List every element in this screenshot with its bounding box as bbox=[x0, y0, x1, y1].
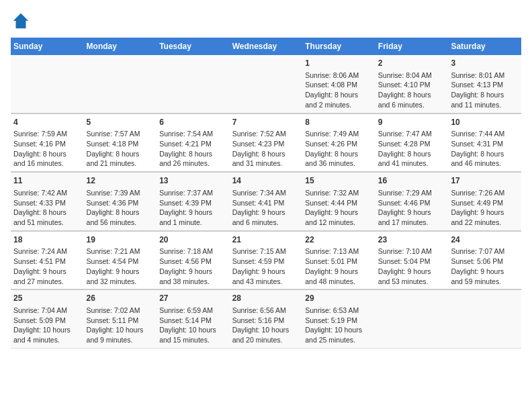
calendar-cell: 11Sunrise: 7:42 AM Sunset: 4:33 PM Dayli… bbox=[11, 172, 84, 231]
weekday-header-wednesday: Wednesday bbox=[230, 38, 303, 55]
logo-icon bbox=[11, 11, 31, 31]
calendar-week-row: 25Sunrise: 7:04 AM Sunset: 5:09 PM Dayli… bbox=[11, 289, 521, 348]
day-number: 19 bbox=[87, 234, 154, 246]
calendar-table: SundayMondayTuesdayWednesdayThursdayFrid… bbox=[11, 38, 521, 349]
calendar-cell: 8Sunrise: 7:49 AM Sunset: 4:26 PM Daylig… bbox=[302, 113, 375, 173]
cell-content: Sunrise: 6:59 AM Sunset: 5:14 PM Dayligh… bbox=[159, 306, 216, 344]
calendar-cell: 21Sunrise: 7:15 AM Sunset: 4:59 PM Dayli… bbox=[230, 231, 303, 290]
cell-content: Sunrise: 7:02 AM Sunset: 5:11 PM Dayligh… bbox=[87, 306, 144, 344]
weekday-header-thursday: Thursday bbox=[302, 38, 375, 55]
calendar-cell: 22Sunrise: 7:13 AM Sunset: 5:01 PM Dayli… bbox=[302, 231, 375, 290]
day-number: 29 bbox=[305, 293, 373, 304]
calendar-cell bbox=[375, 289, 449, 348]
calendar-cell: 17Sunrise: 7:26 AM Sunset: 4:49 PM Dayli… bbox=[448, 172, 521, 231]
calendar-cell bbox=[84, 55, 157, 113]
page-header bbox=[11, 11, 521, 31]
calendar-cell: 23Sunrise: 7:10 AM Sunset: 5:04 PM Dayli… bbox=[375, 231, 449, 290]
cell-content: Sunrise: 8:01 AM Sunset: 4:13 PM Dayligh… bbox=[451, 71, 504, 109]
day-number: 15 bbox=[305, 175, 373, 187]
calendar-cell: 20Sunrise: 7:18 AM Sunset: 4:56 PM Dayli… bbox=[157, 231, 230, 290]
cell-content: Sunrise: 7:10 AM Sunset: 5:04 PM Dayligh… bbox=[378, 247, 432, 285]
calendar-cell: 29Sunrise: 6:53 AM Sunset: 5:19 PM Dayli… bbox=[302, 289, 375, 348]
calendar-week-row: 4Sunrise: 7:59 AM Sunset: 4:16 PM Daylig… bbox=[11, 113, 521, 173]
day-number: 25 bbox=[13, 293, 81, 304]
calendar-cell: 2Sunrise: 8:04 AM Sunset: 4:10 PM Daylig… bbox=[375, 55, 449, 113]
calendar-cell bbox=[230, 55, 303, 113]
day-number: 3 bbox=[451, 58, 519, 69]
calendar-cell: 16Sunrise: 7:29 AM Sunset: 4:46 PM Dayli… bbox=[375, 172, 449, 231]
calendar-cell: 9Sunrise: 7:47 AM Sunset: 4:28 PM Daylig… bbox=[375, 113, 449, 173]
day-number: 23 bbox=[378, 234, 446, 246]
cell-content: Sunrise: 7:57 AM Sunset: 4:18 PM Dayligh… bbox=[87, 130, 140, 167]
day-number: 18 bbox=[13, 234, 81, 246]
cell-content: Sunrise: 7:29 AM Sunset: 4:46 PM Dayligh… bbox=[378, 189, 432, 226]
calendar-body: 1Sunrise: 8:06 AM Sunset: 4:08 PM Daylig… bbox=[11, 55, 521, 348]
calendar-cell: 25Sunrise: 7:04 AM Sunset: 5:09 PM Dayli… bbox=[11, 289, 84, 348]
weekday-header-friday: Friday bbox=[375, 38, 449, 55]
cell-content: Sunrise: 6:53 AM Sunset: 5:19 PM Dayligh… bbox=[305, 306, 362, 344]
calendar-cell: 27Sunrise: 6:59 AM Sunset: 5:14 PM Dayli… bbox=[157, 289, 230, 348]
cell-content: Sunrise: 7:39 AM Sunset: 4:36 PM Dayligh… bbox=[87, 189, 140, 226]
cell-content: Sunrise: 7:07 AM Sunset: 5:06 PM Dayligh… bbox=[451, 247, 504, 285]
cell-content: Sunrise: 7:26 AM Sunset: 4:49 PM Dayligh… bbox=[451, 189, 504, 226]
day-number: 13 bbox=[159, 175, 227, 187]
cell-content: Sunrise: 7:21 AM Sunset: 4:54 PM Dayligh… bbox=[87, 247, 140, 285]
cell-content: Sunrise: 7:24 AM Sunset: 4:51 PM Dayligh… bbox=[13, 247, 67, 285]
calendar-cell: 15Sunrise: 7:32 AM Sunset: 4:44 PM Dayli… bbox=[302, 172, 375, 231]
day-number: 11 bbox=[13, 175, 81, 187]
calendar-cell: 6Sunrise: 7:54 AM Sunset: 4:21 PM Daylig… bbox=[157, 113, 230, 173]
cell-content: Sunrise: 7:54 AM Sunset: 4:21 PM Dayligh… bbox=[159, 130, 213, 167]
day-number: 22 bbox=[305, 234, 373, 246]
day-number: 27 bbox=[159, 293, 227, 304]
cell-content: Sunrise: 6:56 AM Sunset: 5:16 PM Dayligh… bbox=[232, 306, 290, 344]
day-number: 10 bbox=[451, 117, 519, 128]
day-number: 5 bbox=[87, 117, 154, 128]
calendar-cell: 14Sunrise: 7:34 AM Sunset: 4:41 PM Dayli… bbox=[230, 172, 303, 231]
cell-content: Sunrise: 7:44 AM Sunset: 4:31 PM Dayligh… bbox=[451, 130, 504, 167]
cell-content: Sunrise: 7:37 AM Sunset: 4:39 PM Dayligh… bbox=[159, 189, 213, 226]
cell-content: Sunrise: 7:49 AM Sunset: 4:26 PM Dayligh… bbox=[305, 130, 359, 167]
day-number: 28 bbox=[232, 293, 300, 304]
cell-content: Sunrise: 8:04 AM Sunset: 4:10 PM Dayligh… bbox=[378, 71, 432, 109]
day-number: 7 bbox=[232, 117, 300, 128]
calendar-cell: 1Sunrise: 8:06 AM Sunset: 4:08 PM Daylig… bbox=[302, 55, 375, 113]
weekday-header-monday: Monday bbox=[84, 38, 157, 55]
day-number: 21 bbox=[232, 234, 300, 246]
day-number: 8 bbox=[305, 117, 373, 128]
cell-content: Sunrise: 8:06 AM Sunset: 4:08 PM Dayligh… bbox=[305, 71, 359, 109]
day-number: 17 bbox=[451, 175, 519, 187]
day-number: 9 bbox=[378, 117, 446, 128]
cell-content: Sunrise: 7:52 AM Sunset: 4:23 PM Dayligh… bbox=[232, 130, 286, 167]
calendar-cell bbox=[448, 289, 521, 348]
weekday-header-tuesday: Tuesday bbox=[157, 38, 230, 55]
day-number: 6 bbox=[159, 117, 227, 128]
calendar-week-row: 1Sunrise: 8:06 AM Sunset: 4:08 PM Daylig… bbox=[11, 55, 521, 113]
calendar-cell: 3Sunrise: 8:01 AM Sunset: 4:13 PM Daylig… bbox=[448, 55, 521, 113]
calendar-cell: 13Sunrise: 7:37 AM Sunset: 4:39 PM Dayli… bbox=[157, 172, 230, 231]
cell-content: Sunrise: 7:18 AM Sunset: 4:56 PM Dayligh… bbox=[159, 247, 213, 285]
calendar-cell: 24Sunrise: 7:07 AM Sunset: 5:06 PM Dayli… bbox=[448, 231, 521, 290]
day-number: 16 bbox=[378, 175, 446, 187]
calendar-cell: 26Sunrise: 7:02 AM Sunset: 5:11 PM Dayli… bbox=[84, 289, 157, 348]
calendar-header: SundayMondayTuesdayWednesdayThursdayFrid… bbox=[11, 38, 521, 55]
cell-content: Sunrise: 7:04 AM Sunset: 5:09 PM Dayligh… bbox=[13, 306, 71, 344]
calendar-week-row: 18Sunrise: 7:24 AM Sunset: 4:51 PM Dayli… bbox=[11, 231, 521, 290]
cell-content: Sunrise: 7:32 AM Sunset: 4:44 PM Dayligh… bbox=[305, 189, 359, 226]
calendar-cell bbox=[157, 55, 230, 113]
calendar-cell: 10Sunrise: 7:44 AM Sunset: 4:31 PM Dayli… bbox=[448, 113, 521, 173]
calendar-week-row: 11Sunrise: 7:42 AM Sunset: 4:33 PM Dayli… bbox=[11, 172, 521, 231]
weekday-header-sunday: Sunday bbox=[11, 38, 84, 55]
calendar-cell: 18Sunrise: 7:24 AM Sunset: 4:51 PM Dayli… bbox=[11, 231, 84, 290]
calendar-cell: 12Sunrise: 7:39 AM Sunset: 4:36 PM Dayli… bbox=[84, 172, 157, 231]
cell-content: Sunrise: 7:15 AM Sunset: 4:59 PM Dayligh… bbox=[232, 247, 286, 285]
calendar-cell bbox=[11, 55, 84, 113]
cell-content: Sunrise: 7:13 AM Sunset: 5:01 PM Dayligh… bbox=[305, 247, 359, 285]
day-number: 24 bbox=[451, 234, 519, 246]
weekday-header-saturday: Saturday bbox=[448, 38, 521, 55]
day-number: 20 bbox=[159, 234, 227, 246]
day-number: 2 bbox=[378, 58, 446, 69]
cell-content: Sunrise: 7:42 AM Sunset: 4:33 PM Dayligh… bbox=[13, 189, 67, 226]
day-number: 12 bbox=[87, 175, 154, 187]
weekday-header-row: SundayMondayTuesdayWednesdayThursdayFrid… bbox=[11, 38, 521, 55]
cell-content: Sunrise: 7:59 AM Sunset: 4:16 PM Dayligh… bbox=[13, 130, 67, 167]
